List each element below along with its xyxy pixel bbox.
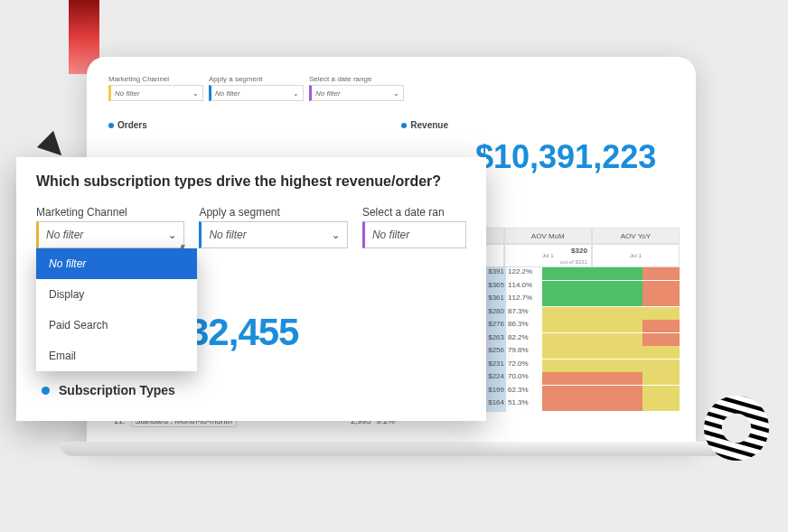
col-header[interactable]: AOV MoM xyxy=(504,228,592,244)
subscription-types-header: Subscription Types xyxy=(42,383,175,397)
laptop-base xyxy=(60,442,727,456)
marketing-channel-dropdown: No filter Display Paid Search Email xyxy=(36,248,197,371)
mini-filter-select[interactable]: No filter⌄ xyxy=(309,85,404,101)
bullet-icon xyxy=(401,123,407,128)
decorative-torus xyxy=(696,387,777,469)
bullet-icon xyxy=(42,387,50,395)
mini-filter-select[interactable]: No filter⌄ xyxy=(108,85,203,101)
kpi-row: Orders Revenue xyxy=(108,120,674,130)
kpi-orders-label: Orders xyxy=(117,120,147,130)
dropdown-option-no-filter[interactable]: No filter xyxy=(36,248,197,279)
filter-label: Select a date ran xyxy=(362,206,466,219)
filter-label: Apply a segment xyxy=(199,206,347,219)
bullet-icon xyxy=(108,123,114,128)
revenue-big-number: $10,391,223 xyxy=(475,138,656,176)
chevron-down-icon: ⌄ xyxy=(168,229,176,241)
marketing-channel-select[interactable]: No filter⌄ ↖ xyxy=(36,221,184,248)
chevron-down-icon: ⌄ xyxy=(293,89,299,98)
mini-filter-label: Marketing Channel xyxy=(108,75,203,83)
dropdown-option-paid-search[interactable]: Paid Search xyxy=(36,310,197,341)
orders-big-number: 32,455 xyxy=(188,311,298,354)
mini-filter-select[interactable]: No filter⌄ xyxy=(209,85,304,101)
dropdown-option-email[interactable]: Email xyxy=(36,341,197,371)
segment-select[interactable]: No filter⌄ xyxy=(199,221,347,248)
kpi-revenue-label: Revenue xyxy=(410,120,448,130)
chevron-down-icon: ⌄ xyxy=(192,89,199,98)
col-header[interactable]: AOV YoY xyxy=(592,228,680,244)
chevron-down-icon: ⌄ xyxy=(332,229,340,241)
filter-label: Marketing Channel xyxy=(36,206,184,219)
panel-filter-row: Marketing Channel No filter⌄ ↖ Apply a s… xyxy=(36,206,466,248)
mini-filter-label: Select a date range xyxy=(309,75,404,83)
date-range-select[interactable]: No filter xyxy=(362,221,466,248)
dropdown-option-display[interactable]: Display xyxy=(36,279,197,310)
chevron-down-icon: ⌄ xyxy=(393,89,399,98)
analysis-panel: Which subscription types drive the highe… xyxy=(16,157,486,421)
mini-filter-bar: Marketing ChannelNo filter⌄ Apply a segm… xyxy=(108,75,404,101)
mini-filter-label: Apply a segment xyxy=(209,75,304,83)
panel-title: Which subscription types drive the highe… xyxy=(36,173,466,190)
